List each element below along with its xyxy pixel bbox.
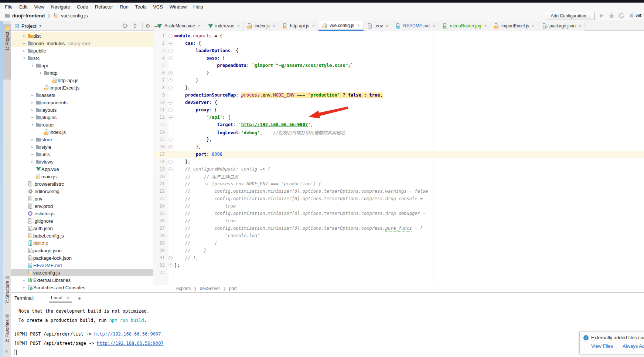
tree-item-api[interactable]: ▾api xyxy=(11,62,153,69)
tree-item-plugins[interactable]: ▸plugins xyxy=(11,114,153,121)
close-icon[interactable]: × xyxy=(484,23,487,28)
close-icon[interactable]: × xyxy=(433,23,435,28)
tree-item-vue.config.js[interactable]: JSvue.config.js xyxy=(11,269,153,276)
tree-item-utils[interactable]: ▸utils xyxy=(11,151,153,158)
fold-marker-icon[interactable] xyxy=(167,108,174,112)
chevron-right-icon[interactable]: ▸ xyxy=(29,93,35,97)
always-add-link[interactable]: Always Add xyxy=(623,343,644,349)
hide-panel-icon[interactable]: — xyxy=(154,23,160,29)
editor-tab-http-api.js[interactable]: JShttp-api.js× xyxy=(279,21,318,31)
fold-marker-icon[interactable] xyxy=(167,167,174,171)
gear-icon[interactable]: ⚙ xyxy=(145,23,151,29)
tree-item-.env[interactable]: .env xyxy=(11,195,153,202)
menu-edit[interactable]: Edit xyxy=(16,3,31,10)
run-icon[interactable] xyxy=(599,13,605,19)
stripe-tab-project[interactable]: 📁 1: Project xyxy=(3,24,11,80)
fold-marker-icon[interactable] xyxy=(167,86,174,90)
breadcrumb-project[interactable]: duoji-frontend xyxy=(12,13,45,18)
project-panel-title[interactable]: Project xyxy=(21,23,36,29)
fold-marker-icon[interactable] xyxy=(167,78,174,82)
tree-item-auth.json[interactable]: {;}auth.json xyxy=(11,225,153,232)
menu-tools[interactable]: Tools xyxy=(132,3,150,10)
tree-item-node_modules[interactable]: ▸node_moduleslibrary root xyxy=(11,40,153,47)
breadcrumb-file[interactable]: vue.config.js xyxy=(61,13,88,18)
tree-item-main.js[interactable]: JSmain.js xyxy=(11,173,153,180)
menu-vcs[interactable]: VCS xyxy=(150,3,166,10)
tree-item-assets[interactable]: ▸assets xyxy=(11,91,153,99)
tree-item-dist[interactable]: ▸dist xyxy=(11,32,153,40)
close-icon[interactable]: × xyxy=(579,23,581,28)
editor-tab-menuRouter.jpg[interactable]: menuRouter.jpg× xyxy=(439,21,491,31)
view-files-link[interactable]: View Files xyxy=(591,343,613,349)
code-editor[interactable]: 1module.exports = {2 css: {3 loaderOptio… xyxy=(153,31,644,285)
git-branch-label[interactable]: Git: xyxy=(636,13,643,18)
editor-tab-vue.config.js[interactable]: JSvue.config.js× xyxy=(318,21,364,31)
stripe-tab-structure[interactable]: ▤ 7: Structure xyxy=(3,275,11,304)
chevron-right-icon[interactable]: ▸ xyxy=(29,115,35,119)
editor-tab-.env[interactable]: .env× xyxy=(364,21,392,31)
fold-marker-icon[interactable] xyxy=(167,101,174,105)
close-icon[interactable]: × xyxy=(532,23,535,28)
tree-item-.eslintrc.js[interactable]: .eslintrc.js xyxy=(11,210,153,217)
close-icon[interactable]: × xyxy=(386,23,388,28)
fold-marker-icon[interactable] xyxy=(167,256,174,260)
tree-item-.env.prod[interactable]: .env.prod xyxy=(11,202,153,210)
tree-item-http[interactable]: ▾http xyxy=(11,69,153,77)
debug-icon[interactable] xyxy=(609,13,615,19)
tree-item-babel.config.js[interactable]: JSbabel.config.js xyxy=(11,232,153,239)
chevron-down-icon[interactable]: ▾ xyxy=(29,64,35,67)
editor-breadcrumb-port[interactable]: port xyxy=(229,286,237,291)
close-icon[interactable]: × xyxy=(237,23,240,28)
chevron-right-icon[interactable]: ▸ xyxy=(21,286,27,289)
terminal-panel[interactable]: Terminal: Local ✕ + Note that the develo… xyxy=(11,292,644,357)
tree-item-App.vue[interactable]: App.vue xyxy=(11,165,153,173)
tree-item-README.md[interactable]: MDREADME.md xyxy=(11,262,153,269)
fold-marker-icon[interactable] xyxy=(167,263,174,267)
star-icon[interactable]: ★ xyxy=(4,348,9,354)
chevron-right-icon[interactable]: ▸ xyxy=(21,41,27,45)
fold-marker-icon[interactable] xyxy=(167,41,174,46)
chevron-right-icon[interactable]: ▸ xyxy=(21,49,27,53)
editor-breadcrumb-exports[interactable]: exports xyxy=(176,286,191,291)
tree-item-package.json[interactable]: {;}package.json xyxy=(11,247,153,254)
close-icon[interactable]: ✕ xyxy=(66,295,69,300)
close-icon[interactable]: × xyxy=(198,23,201,28)
tree-item-layouts[interactable]: ▸layouts xyxy=(11,106,153,114)
editor-tab-index.js[interactable]: JSindex.js× xyxy=(243,21,279,31)
tree-item-store[interactable]: ▸store xyxy=(11,136,153,143)
new-terminal-icon[interactable]: + xyxy=(78,295,81,301)
editor-breadcrumbs[interactable]: exports❯devServer❯port xyxy=(153,285,644,292)
chevron-right-icon[interactable]: ▸ xyxy=(21,278,27,282)
menu-help[interactable]: Help xyxy=(190,3,207,10)
locate-file-icon[interactable] xyxy=(122,23,128,29)
tree-item-.editorconfig[interactable]: .editorconfig xyxy=(11,188,153,195)
fold-marker-icon[interactable] xyxy=(167,71,174,75)
tree-item-package-lock.json[interactable]: {;}package-lock.json xyxy=(11,254,153,262)
tree-item-components[interactable]: ▸components xyxy=(11,99,153,106)
editor-tab-package.json[interactable]: {;}package.json× xyxy=(538,21,585,31)
terminal-tab-local[interactable]: Local ✕ xyxy=(49,293,72,303)
tree-item-Scratches and Consoles[interactable]: ▸Scratches and Consoles xyxy=(11,284,153,291)
editor-tab-README.md[interactable]: MDREADME.md× xyxy=(392,21,439,31)
collapse-all-icon[interactable] xyxy=(132,23,138,29)
menu-file[interactable]: File xyxy=(1,3,16,10)
tree-item-External Libraries[interactable]: ▸External Libraries xyxy=(11,276,153,284)
chevron-down-icon[interactable]: ▾ xyxy=(37,71,44,75)
menu-run[interactable]: Run xyxy=(116,3,132,10)
tree-item-public[interactable]: ▸public xyxy=(11,47,153,54)
fold-marker-icon[interactable] xyxy=(167,145,174,149)
editor-tab-importExcel.js[interactable]: JSimportExcel.js× xyxy=(490,21,538,31)
tree-item-src[interactable]: ▾src xyxy=(11,54,153,62)
stripe-tab-favorites[interactable]: ▦ 2: Favorites xyxy=(3,313,11,343)
tree-item-importExcel.js[interactable]: JSimportExcel.js xyxy=(11,84,153,91)
chevron-right-icon[interactable]: ▸ xyxy=(21,34,27,38)
editor-tab-index.vue[interactable]: index.vue× xyxy=(204,21,243,31)
tree-item-index.js[interactable]: JSindex.js xyxy=(11,128,153,136)
chevron-right-icon[interactable]: ▸ xyxy=(29,152,35,156)
chevron-down-icon[interactable]: ▾ xyxy=(21,56,27,60)
run-with-coverage-icon[interactable] xyxy=(619,13,625,19)
editor-tab-AsideMenu.vue[interactable]: AsideMenu.vue× xyxy=(153,21,204,31)
menu-navigate[interactable]: Navigate xyxy=(48,3,73,10)
fold-marker-icon[interactable] xyxy=(167,115,174,119)
chevron-right-icon[interactable]: ▸ xyxy=(29,145,35,149)
